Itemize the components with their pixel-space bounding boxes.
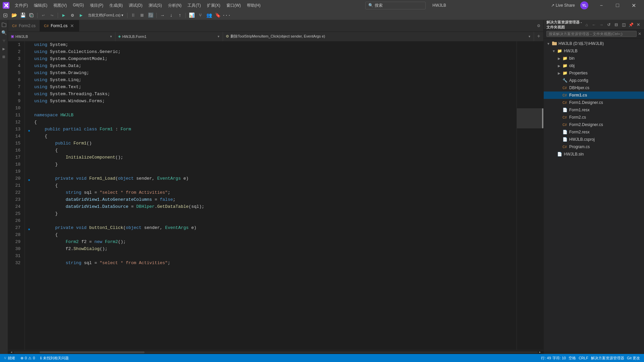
bp-7[interactable] <box>30 86 33 88</box>
bp-16[interactable] <box>30 149 33 152</box>
bp-12[interactable] <box>30 121 33 124</box>
panel-pin-icon[interactable]: 📌 <box>628 22 634 28</box>
status-problems[interactable]: ℹ 未找到相关问题 <box>39 354 70 362</box>
status-cursor[interactable]: 行: 49 字符: 10 <box>540 354 567 362</box>
menu-analyze[interactable]: 分析(N) <box>165 1 184 10</box>
tree-item-form2resx[interactable]: 📄 Form2.resx <box>544 128 644 136</box>
new-project-btn[interactable] <box>1 11 9 19</box>
bp-26[interactable] <box>30 220 33 222</box>
tree-item-form1resx[interactable]: 📄 Form1.resx <box>544 106 644 114</box>
menu-debug[interactable]: 调试(D) <box>126 1 145 10</box>
restart-btn[interactable]: 🔄 <box>147 11 155 19</box>
panel-forward-icon[interactable]: → <box>598 22 604 28</box>
bp-17[interactable] <box>30 156 33 159</box>
panel-close-icon[interactable]: ✕ <box>635 22 641 28</box>
bp-19[interactable] <box>30 170 33 173</box>
panel-back-icon[interactable]: ← <box>591 22 597 28</box>
dropdown-add-btn[interactable]: + <box>534 32 543 41</box>
minimap-scrollbar[interactable] <box>542 108 543 128</box>
tab-close-form1[interactable]: ✕ <box>69 23 75 28</box>
tree-item-program[interactable]: C# Program.cs <box>544 143 644 150</box>
bookmark-btn[interactable]: 🔖 <box>214 11 222 19</box>
save-all-btn[interactable] <box>28 11 36 19</box>
activity-extensions[interactable]: ⊞ <box>1 54 7 60</box>
menu-window[interactable]: 窗口(W) <box>224 1 244 10</box>
more-btn[interactable]: ··· <box>222 11 230 19</box>
tree-item-form1designer[interactable]: C# Form1.Designer.cs <box>544 99 644 106</box>
minimize-button[interactable]: － <box>594 0 609 11</box>
menu-test[interactable]: 测试(S) <box>146 1 165 10</box>
open-btn[interactable]: 📂 <box>10 11 18 19</box>
bp-24[interactable] <box>30 205 33 208</box>
stop-btn[interactable]: ⏹ <box>138 11 146 19</box>
menu-tools[interactable]: 工具(T) <box>185 1 203 10</box>
tree-item-form2designer[interactable]: C# Form2.Designer.cs <box>544 121 644 128</box>
bp-25[interactable] <box>30 213 33 215</box>
user-avatar[interactable]: YL <box>580 1 588 9</box>
panel-home-icon[interactable]: ⌂ <box>584 22 590 28</box>
panel-collapse-icon[interactable]: ⊟ <box>613 22 619 28</box>
run-btn[interactable]: ▶ <box>77 11 85 19</box>
bp-23[interactable] <box>30 198 33 201</box>
method-dropdown[interactable]: ⚙ 删除ToolStripMenuItem_Click(object sende… <box>223 32 534 41</box>
class-dropdown[interactable]: ◈ HWJLB.Form1 ▼ <box>115 32 223 41</box>
bp-29[interactable] <box>30 241 33 243</box>
menu-project[interactable]: 项目(P) <box>87 1 106 10</box>
bp-20[interactable] <box>30 177 33 180</box>
bp-14[interactable] <box>30 135 33 138</box>
attach-btn[interactable]: ⚙ <box>68 11 76 19</box>
tree-item-hwjlb[interactable]: ▼ 📁 HWJLB <box>544 47 644 55</box>
tree-item-csproj[interactable]: 📄 HWJLB.csproj <box>544 136 644 143</box>
panel-show-all-icon[interactable]: ◫ <box>621 22 627 28</box>
close-button[interactable]: ✕ <box>626 0 641 11</box>
bp-15[interactable] <box>30 142 33 145</box>
start-btn[interactable]: ▶ <box>60 11 68 19</box>
code-editor[interactable]: using System; using System.Collections.G… <box>25 41 517 350</box>
tree-item-form1cs[interactable]: C# Form1.cs <box>544 92 644 99</box>
tree-item-obj[interactable]: ▶ 📁 obj <box>544 62 644 69</box>
menu-build[interactable]: 生成(B) <box>107 1 125 10</box>
hscroll-right[interactable]: ▶ <box>538 350 542 354</box>
diagnostics-btn[interactable]: 📊 <box>187 11 196 19</box>
bp-21[interactable] <box>30 184 33 187</box>
bp-5[interactable] <box>30 72 33 74</box>
bp-4[interactable] <box>30 65 33 67</box>
step-out-btn[interactable]: ↑ <box>176 11 184 19</box>
tree-item-form2cs[interactable]: C# Form2.cs <box>544 114 644 121</box>
pause-btn[interactable]: ⏸ <box>129 11 137 19</box>
menu-view[interactable]: 视图(V) <box>51 1 69 10</box>
status-encoding[interactable]: CRLF <box>577 354 590 362</box>
menu-help[interactable]: 帮助(H) <box>244 1 263 10</box>
minimap-cursor[interactable] <box>517 108 543 128</box>
search-clear-icon[interactable]: ✕ <box>638 32 641 36</box>
bp-28[interactable] <box>30 234 33 236</box>
status-git-changes[interactable]: Git 更改 <box>626 354 641 362</box>
undo-btn[interactable]: ↩ <box>39 11 47 19</box>
bp-8[interactable] <box>30 93 33 96</box>
panel-refresh-icon[interactable]: ↺ <box>606 22 612 28</box>
bp-2[interactable] <box>30 51 33 53</box>
menu-git[interactable]: Git(G) <box>70 1 87 10</box>
status-spaces[interactable]: 空格 <box>567 354 577 362</box>
status-solution-explorer-right[interactable]: 解决方案资源管理器 <box>590 354 626 362</box>
tab-settings-btn[interactable]: ⚙ <box>534 20 543 32</box>
tab-form2cs[interactable]: C# Form2.cs <box>8 20 40 32</box>
tree-item-sln[interactable]: 📄 HWJLB.sln <box>544 150 644 158</box>
activity-explorer[interactable] <box>1 21 7 28</box>
status-errors[interactable]: ⊗ 0 ⚠ 0 <box>19 354 36 362</box>
menu-extensions[interactable]: 扩展(X) <box>204 1 223 10</box>
bp-30[interactable] <box>30 248 33 250</box>
activity-run[interactable]: ▶ <box>1 46 7 52</box>
bp-10[interactable] <box>30 107 33 110</box>
project-dropdown[interactable]: ▣ HWJLB ▼ <box>8 32 115 41</box>
step-into-btn[interactable]: ↓ <box>167 11 175 19</box>
bp-6[interactable] <box>30 79 33 81</box>
tree-item-appconfig[interactable]: 🔧 App.config <box>544 77 644 84</box>
live-share-button[interactable]: ↗ Live Share <box>548 2 578 8</box>
tree-item-bin[interactable]: ▶ 📁 bin <box>544 55 644 62</box>
bp-18[interactable] <box>30 163 33 166</box>
save-btn[interactable]: 💾 <box>19 11 27 19</box>
bp-32[interactable] <box>30 262 33 264</box>
tree-item-properties[interactable]: ▶ 📁 Properties <box>544 69 644 77</box>
activity-git[interactable]: ⑂ <box>1 38 7 44</box>
